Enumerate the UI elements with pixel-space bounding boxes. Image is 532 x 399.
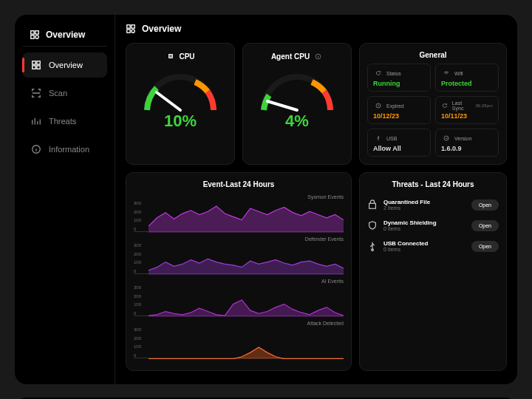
- nav-threats[interactable]: Threats: [22, 109, 107, 134]
- threats-title: Threats - Last 24 Hours: [367, 180, 499, 188]
- version-cell: Version 1.6.0.9: [435, 129, 499, 157]
- cpu-icon: [166, 51, 176, 61]
- threat-item: Quarantined File 2 Items Open: [367, 194, 499, 215]
- expired-cell: Expired 10/12/23: [367, 96, 431, 124]
- svg-rect-13: [169, 55, 173, 58]
- sidebar: Overview Overview Scan Threats Informati…: [15, 15, 115, 384]
- nav-label: Scan: [49, 89, 67, 98]
- status-cell: Status Running: [367, 64, 431, 92]
- threat-name: USB Connected: [383, 240, 428, 247]
- events-title: Event-Last 24 Hours: [134, 180, 344, 188]
- refresh-icon: [373, 68, 383, 78]
- threat-item: Dynamic Shielding 0 Items Open: [367, 215, 499, 236]
- usb-icon: [373, 133, 383, 143]
- scan-icon: [31, 88, 41, 98]
- svg-point-3: [35, 35, 38, 38]
- cpu-panel: CPU 10%: [126, 43, 235, 165]
- overview-icon: [31, 60, 41, 70]
- cpu-gauge: [136, 66, 225, 117]
- chart-label: Attack Detected: [134, 321, 344, 326]
- sidebar-title: Overview: [46, 30, 85, 40]
- chart-label: AI Events: [134, 279, 344, 284]
- threat-sub: 0 Items: [383, 247, 428, 252]
- chart: 3002001000: [134, 327, 344, 358]
- svg-rect-9: [127, 25, 130, 28]
- version-icon: [441, 133, 451, 143]
- svg-rect-0: [31, 31, 34, 34]
- info-icon[interactable]: [313, 51, 323, 61]
- nav-label: Information: [49, 145, 89, 154]
- status-value: Running: [373, 80, 425, 87]
- wifi-cell: Wifi Protected: [435, 64, 499, 92]
- svg-rect-11: [127, 30, 130, 33]
- open-button[interactable]: Open: [471, 220, 499, 231]
- svg-rect-6: [33, 66, 35, 69]
- svg-rect-4: [33, 61, 35, 64]
- svg-rect-14: [170, 55, 172, 58]
- expired-value: 10/12/23: [373, 112, 425, 120]
- threats-icon: [31, 116, 41, 126]
- threat-icon: [367, 200, 378, 210]
- main-content: Overview CPU 10% Agent CPU: [115, 15, 517, 384]
- version-value: 1.6.0.9: [441, 145, 493, 152]
- agent-cpu-gauge: [253, 66, 341, 117]
- info-icon: [31, 144, 41, 154]
- dashboard-icon: [30, 30, 40, 40]
- svg-rect-10: [132, 25, 134, 28]
- chart-label: Defender Events: [134, 236, 344, 242]
- nav-label: Overview: [49, 61, 83, 69]
- chart-row: Attack Detected 3002001000: [134, 321, 344, 358]
- svg-rect-2: [31, 35, 34, 38]
- open-button[interactable]: Open: [471, 200, 499, 211]
- page-title: Overview: [142, 24, 181, 34]
- app-window: Overview Overview Scan Threats Informati…: [15, 15, 517, 384]
- threat-icon: [367, 241, 378, 251]
- sync-cell: Last Sync06:28pm 10/11/23: [435, 96, 499, 124]
- svg-rect-18: [369, 203, 376, 208]
- nav-scan[interactable]: Scan: [22, 81, 107, 106]
- page-header: Overview: [126, 24, 507, 34]
- nav-information[interactable]: Information: [22, 137, 107, 162]
- threat-item: USB Connected 0 Items Open: [367, 236, 499, 256]
- usb-cell: USB Allow All: [367, 129, 431, 157]
- agent-cpu-panel: Agent CPU 4%: [242, 43, 352, 165]
- agent-cpu-title: Agent CPU: [271, 52, 310, 61]
- svg-point-17: [444, 136, 449, 140]
- nav-label: Threats: [49, 117, 76, 126]
- general-title: General: [367, 51, 499, 59]
- wifi-value: Protected: [441, 80, 493, 87]
- sync-value: 10/11/23: [441, 112, 493, 120]
- open-button[interactable]: Open: [471, 241, 499, 252]
- svg-rect-5: [37, 61, 40, 64]
- sync-icon: [441, 100, 449, 111]
- chart: 3002001000: [134, 285, 344, 316]
- threat-name: Quarantined File: [383, 199, 430, 205]
- general-panel: General Status Running Wifi Protected Ex…: [359, 43, 507, 165]
- chart-row: AI Events 3002001000: [134, 279, 344, 316]
- threat-sub: 2 Items: [383, 205, 430, 211]
- chart-row: Sysmon Events 3002001000: [134, 194, 344, 232]
- threat-name: Dynamic Shielding: [383, 219, 437, 226]
- events-panel: Event-Last 24 Hours Sysmon Events 300200…: [126, 172, 352, 371]
- cpu-title: CPU: [179, 52, 194, 61]
- clock-icon: [373, 100, 383, 111]
- chart: 3002001000: [134, 201, 344, 232]
- sidebar-header: Overview: [22, 24, 107, 47]
- threats-panel: Threats - Last 24 Hours Quarantined File…: [359, 172, 507, 371]
- svg-point-12: [132, 30, 134, 33]
- threat-sub: 0 Items: [383, 226, 437, 231]
- svg-rect-7: [37, 66, 40, 69]
- dashboard-icon: [126, 24, 136, 34]
- chart-row: Defender Events 3002001000: [134, 236, 344, 274]
- nav-overview[interactable]: Overview: [22, 52, 107, 78]
- chart: 3002001000: [134, 243, 344, 274]
- threat-icon: [367, 220, 378, 231]
- svg-rect-1: [35, 31, 38, 34]
- wifi-icon: [441, 68, 451, 78]
- chart-label: Sysmon Events: [134, 194, 344, 200]
- usb-value: Allow All: [373, 145, 425, 152]
